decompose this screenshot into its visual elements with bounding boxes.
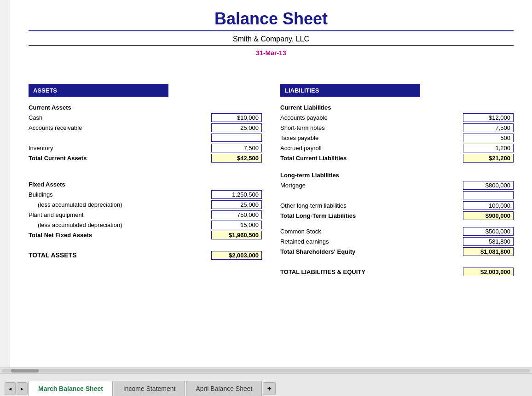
ar-value: 25,000 xyxy=(211,123,262,132)
payroll-label: Accrued payroll xyxy=(280,145,463,151)
list-item: Accrued payroll 1,200 xyxy=(280,143,514,152)
cash-value: $10,000 xyxy=(211,113,262,122)
ap-label: Accounts payable xyxy=(280,114,463,121)
cash-label: Cash xyxy=(29,114,211,121)
list-item: Accounts payable $12,000 xyxy=(280,113,514,122)
current-assets-title: Current Assets xyxy=(29,104,262,111)
plant-label: Plant and equipment xyxy=(29,211,211,218)
plus-icon: + xyxy=(267,384,272,393)
mortgage-label: Mortgage xyxy=(280,182,463,189)
total-assets-row: TOTAL ASSETS $2,003,000 xyxy=(29,250,262,260)
assets-header: ASSETS xyxy=(29,84,168,97)
list-item: (less accumulated depreciation) 25,000 xyxy=(29,200,262,209)
tab-prev-button[interactable]: ◄ xyxy=(5,382,16,395)
total-fa-value: $1,960,500 xyxy=(211,231,262,239)
list-item: Cash $10,000 xyxy=(29,113,262,122)
retained-label: Retained earnings xyxy=(280,238,463,245)
buildings-value: 1,250,500 xyxy=(211,190,262,199)
list-item: Total Current Liabilities $21,200 xyxy=(280,153,514,163)
tab-next-button[interactable]: ► xyxy=(17,382,28,395)
total-ca-value: $42,500 xyxy=(211,154,262,163)
list-item xyxy=(280,191,514,200)
total-assets-value: $2,003,000 xyxy=(211,251,262,260)
company-name: Smith & Company, LLC xyxy=(29,35,514,43)
list-item: Mortgage $800,000 xyxy=(280,181,514,190)
horizontal-scrollbar[interactable] xyxy=(0,367,532,373)
bldg-depr-label: (less accumulated depreciation) xyxy=(29,201,211,208)
taxes-label: Taxes payable xyxy=(280,134,463,141)
plant-value: 750,000 xyxy=(211,210,262,219)
fixed-assets-title: Fixed Assets xyxy=(29,181,262,188)
title-divider xyxy=(29,30,514,31)
stnotes-value: 7,500 xyxy=(463,123,514,132)
common-stock-value: $500,000 xyxy=(463,227,514,236)
ap-value: $12,000 xyxy=(463,113,514,122)
list-item: Buildings 1,250,500 xyxy=(29,190,262,199)
chevron-left-icon: ◄ xyxy=(8,386,12,391)
total-cl-value: $21,200 xyxy=(463,154,514,163)
other-lt-value: 100,000 xyxy=(463,201,514,210)
row-numbers xyxy=(0,0,10,367)
tab-add-button[interactable]: + xyxy=(263,382,276,395)
ar-label: Accounts receivable xyxy=(29,124,211,131)
stnotes-label: Short-term notes xyxy=(280,124,463,131)
total-liab-equity-value: $2,003,000 xyxy=(463,268,514,276)
inventory-label: Inventory xyxy=(29,145,211,151)
common-stock-label: Common Stock xyxy=(280,228,463,235)
chevron-right-icon: ► xyxy=(20,386,24,391)
total-assets-label: TOTAL ASSETS xyxy=(29,251,211,259)
list-item: Total Shareholders' Equity $1,081,800 xyxy=(280,247,514,256)
retained-value: 581,800 xyxy=(463,237,514,246)
main-content: Balance Sheet Smith & Company, LLC 31-Ma… xyxy=(10,0,532,367)
list-item: Inventory 7,500 xyxy=(29,143,262,152)
list-item: (less accumulated depreciation) 15,000 xyxy=(29,220,262,229)
lt-liabilities-title: Long-term Liabilities xyxy=(280,172,514,179)
list-item: Total Current Assets $42,500 xyxy=(29,153,262,163)
total-lt-label: Total Long-Term Liabilities xyxy=(280,212,463,219)
liabilities-header: LIABILITIES xyxy=(280,84,420,97)
tab-march-balance-sheet[interactable]: March Balance Sheet xyxy=(29,381,113,396)
list-item: Common Stock $500,000 xyxy=(280,227,514,236)
liabilities-column: LIABILITIES Current Liabilities Accounts… xyxy=(280,84,514,277)
scrollbar-track[interactable] xyxy=(2,369,530,373)
total-fa-label: Total Net Fixed Assets xyxy=(29,232,211,239)
scrollbar-thumb[interactable] xyxy=(11,369,39,373)
list-item: Plant and equipment 750,000 xyxy=(29,210,262,219)
empty2-value xyxy=(463,191,514,199)
total-lt-value: $900,000 xyxy=(463,211,514,220)
buildings-label: Buildings xyxy=(29,191,211,198)
page-title: Balance Sheet xyxy=(214,9,328,28)
empty-value xyxy=(211,134,262,142)
taxes-value: 500 xyxy=(463,134,514,142)
current-liabilities-title: Current Liabilities xyxy=(280,104,514,111)
list-item: Other long-term liabilities 100,000 xyxy=(280,201,514,210)
plant-depr-value: 15,000 xyxy=(211,221,262,229)
list-item: Total Long-Term Liabilities $900,000 xyxy=(280,211,514,220)
total-equity-value: $1,081,800 xyxy=(463,247,514,256)
report-date: 31-Mar-13 xyxy=(29,49,514,57)
payroll-value: 1,200 xyxy=(463,144,514,152)
tab-april-balance-sheet[interactable]: April Balance Sheet xyxy=(186,381,262,396)
assets-column: ASSETS Current Assets Cash $10,000 Accou… xyxy=(29,84,262,277)
other-lt-label: Other long-term liabilities xyxy=(280,202,463,209)
list-item: Taxes payable 500 xyxy=(280,133,514,142)
tab-income-statement[interactable]: Income Statement xyxy=(114,381,185,396)
total-equity-label: Total Shareholders' Equity xyxy=(280,248,463,255)
list-item: Accounts receivable 25,000 xyxy=(29,123,262,132)
balance-sheet-body: ASSETS Current Assets Cash $10,000 Accou… xyxy=(29,84,514,277)
mortgage-value: $800,000 xyxy=(463,181,514,190)
list-item: Total Net Fixed Assets $1,960,500 xyxy=(29,230,262,239)
list-item xyxy=(29,133,262,142)
total-liab-equity-label: TOTAL LIABILITIES & EQUITY xyxy=(280,268,463,275)
list-item: Retained earnings 581,800 xyxy=(280,237,514,246)
total-liab-equity-row: TOTAL LIABILITIES & EQUITY $2,003,000 xyxy=(280,267,514,276)
tabs-bar: ◄ ► March Balance Sheet Income Statement… xyxy=(0,373,532,396)
bldg-depr-value: 25,000 xyxy=(211,200,262,209)
list-item: Short-term notes 7,500 xyxy=(280,123,514,132)
company-divider xyxy=(29,45,514,46)
plant-depr-label: (less accumulated depreciation) xyxy=(29,221,211,228)
total-cl-label: Total Current Liabilities xyxy=(280,155,463,162)
inventory-value: 7,500 xyxy=(211,144,262,152)
total-ca-label: Total Current Assets xyxy=(29,155,211,162)
